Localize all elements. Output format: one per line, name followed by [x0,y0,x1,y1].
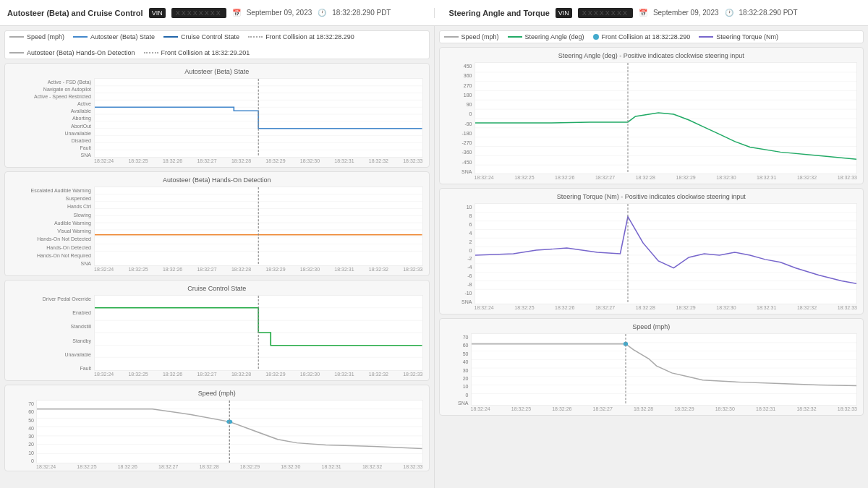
steering-torque-chart: Steering Torque (Nm) - Positive indicate… [439,188,864,314]
right-speed-chart: Speed (mph) 70 60 50 40 30 20 10 0 SNA [439,318,864,416]
r-legend-steering-angle: Steering Angle (deg) [508,33,584,40]
legend-front-collision-1: Front Collision at 18:32:28.290 [248,33,354,40]
r-legend-steering-torque: Steering Torque (Nm) [699,33,778,40]
right-time: 18:32:28.290 PDT [739,9,798,17]
legend-autosteer-state: Autosteer (Beta) State [73,33,155,40]
legend-hands-on: Autosteer (Beta) Hands-On Detection [9,49,135,56]
top-bar: Autosteer (Beta) and Cruise Control VIN … [0,0,868,26]
main-content: Speed (mph) Autosteer (Beta) State Cruis… [0,26,868,488]
steering-angle-chart: Steering Angle (deg) - Positive indicate… [439,47,864,184]
right-title: Steering Angle and Torque [449,9,550,17]
right-date-icon: 📅 [639,9,647,17]
legend-speed: Speed (mph) [9,33,64,40]
left-speed-title: Speed (mph) [11,390,423,397]
left-date: September 09, 2023 [247,9,312,17]
left-legend: Speed (mph) Autosteer (Beta) State Cruis… [4,30,430,59]
hands-on-svg [95,187,422,265]
hands-on-chart: Autosteer (Beta) Hands-On Detection Esca… [4,171,430,276]
steering-angle-svg [475,63,857,174]
left-title: Autosteer (Beta) and Cruise Control [7,9,143,17]
left-header: Autosteer (Beta) and Cruise Control VIN … [7,8,420,18]
autosteer-state-svg [95,79,422,157]
right-date: September 09, 2023 [653,9,719,17]
legend-front-collision-2: Front Collision at 18:32:29.201 [144,49,250,56]
right-header: Steering Angle and Torque VIN XXXXXXXX 📅… [434,8,861,18]
right-speed-svg [472,334,857,405]
hands-on-title: Autosteer (Beta) Hands-On Detection [11,176,423,184]
right-vin-value: XXXXXXXX [578,8,633,18]
legend-cruise-state: Cruise Control State [163,33,239,40]
left-time: 18:32:28.290 PDT [332,9,391,17]
right-panel: Speed (mph) Steering Angle (deg) Front C… [435,26,869,488]
left-vin-value: XXXXXXXX [171,8,226,18]
left-vin-label: VIN [149,8,166,18]
right-legend: Speed (mph) Steering Angle (deg) Front C… [439,30,864,43]
r-legend-speed: Speed (mph) [444,33,499,40]
cruise-state-svg [95,296,422,370]
left-time-icon: 🕐 [318,9,326,17]
left-speed-svg [37,401,422,463]
right-speed-title: Speed (mph) [446,323,858,330]
left-date-icon: 📅 [232,9,241,17]
left-panel: Speed (mph) Autosteer (Beta) State Cruis… [0,26,435,488]
cruise-state-title: Cruise Control State [11,285,423,292]
autosteer-state-chart: Autosteer (Beta) State Active - FSD (Bet… [4,63,430,168]
steering-torque-title: Steering Torque (Nm) - Positive indicate… [446,193,858,200]
autosteer-state-title: Autosteer (Beta) State [11,68,423,75]
left-speed-chart: Speed (mph) 70 60 50 40 30 20 10 0 [4,385,430,471]
cruise-state-chart: Cruise Control State Driver Pedal Overri… [4,280,430,381]
right-vin-label: VIN [556,8,572,18]
right-time-icon: 🕐 [725,9,733,17]
r-legend-front-collision: Front Collision at 18:32:28.290 [593,33,691,40]
steering-torque-svg [475,204,857,304]
steering-angle-title: Steering Angle (deg) - Positive indicate… [446,52,858,59]
